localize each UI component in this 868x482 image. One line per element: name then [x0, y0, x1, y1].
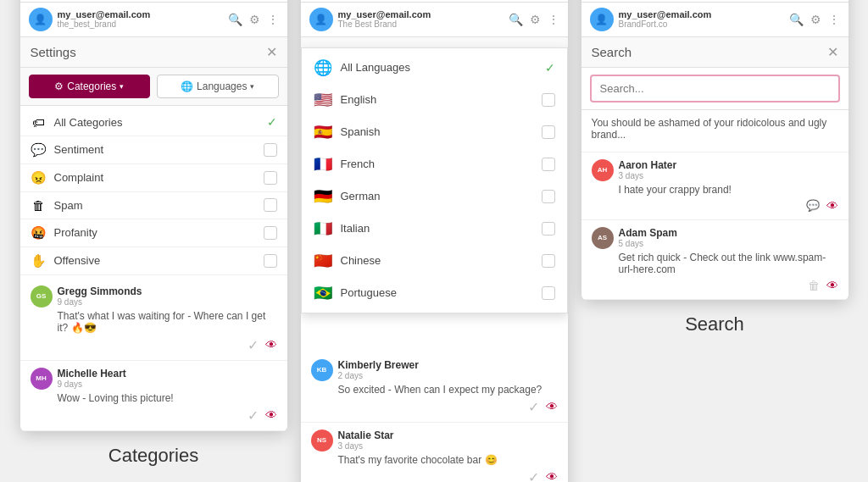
panel-label-categories: Categories: [108, 445, 198, 467]
cat-item-profanity[interactable]: 🤬 Profanity: [20, 219, 287, 247]
categories-user-bar: 👤 my_user@email.com the_best_brand 🔍 ⚙ ⋮: [20, 3, 287, 37]
lang-item-italian[interactable]: 🇮🇹 Italian: [302, 213, 567, 245]
cat-name-all: All Categories: [54, 116, 260, 129]
tab-languages-cat[interactable]: 🌐 Languages ▾: [157, 75, 279, 98]
lang-item-english[interactable]: 🇺🇸 English: [302, 84, 567, 116]
feed-text-natalie: That's my favorite chocolate bar 😊: [338, 454, 558, 466]
lang-name-all: All Languages: [341, 61, 537, 74]
eye-icon-natalie[interactable]: 👁: [546, 470, 558, 482]
feed-item-kimberly: KB Kimberly Brewer 2 days So excited - W…: [301, 352, 568, 423]
cat-item-all[interactable]: 🏷 All Categories ✓: [20, 109, 287, 136]
cat-icon-complaint: 😠: [31, 170, 47, 186]
feed-avatar-adam: AS: [592, 227, 614, 249]
tab-cat-label: Categories: [67, 80, 116, 92]
feed-actions-natalie: ✓ 👁: [311, 469, 558, 483]
cat-item-spam[interactable]: 🗑 Spam: [20, 192, 287, 219]
check-icon-michelle[interactable]: ✓: [248, 407, 259, 424]
feed-item-natalie: NS Natalie Star 3 days That's my favorit…: [301, 423, 568, 483]
feed-avatar-gregg: GS: [31, 285, 53, 307]
eye-icon-michelle[interactable]: 👁: [265, 408, 277, 422]
feed-name-michelle: Michelle Heart: [58, 368, 126, 380]
lang-name-italian: Italian: [341, 222, 533, 235]
categories-tab-row: ⚙ Categories ▾ 🌐 Languages ▾: [20, 68, 287, 106]
close-btn-cat[interactable]: ✕: [266, 44, 277, 60]
search-panel-wrapper: B BrandFort BrandFort ↺ ⋮ 👤 my_user@emai…: [581, 0, 849, 335]
cat-item-sentiment[interactable]: 💬 Sentiment: [20, 136, 287, 164]
lang-name-german: German: [341, 190, 533, 202]
search-input[interactable]: [590, 75, 840, 102]
check-icon-natalie[interactable]: ✓: [528, 469, 539, 483]
cat-icon-spam: 🗑: [31, 198, 47, 213]
check-french: [542, 158, 555, 171]
dots-icon-search[interactable]: ⋮: [828, 13, 840, 26]
feed-time-kimberly: 2 days: [338, 371, 419, 380]
lang-item-french[interactable]: 🇫🇷 French: [302, 148, 567, 180]
check-icon-kimberly[interactable]: ✓: [528, 399, 539, 415]
flag-french: 🇫🇷: [314, 155, 332, 174]
feed-avatar-kimberly: KB: [311, 359, 333, 381]
categories-panel-wrapper: B BrandFort BrandFort ↺ ⋮ 👤 my_user@emai…: [20, 0, 287, 467]
user-email-cat: my_user@email.com: [58, 9, 151, 19]
dots-icon-lang[interactable]: ⋮: [548, 13, 559, 26]
check-icon-gregg[interactable]: ✓: [248, 337, 259, 353]
bubble-icon-aaron[interactable]: 💬: [806, 199, 820, 212]
search-icon-search[interactable]: 🔍: [789, 13, 804, 26]
feed-text-michelle: Wow - Loving this picture!: [58, 392, 277, 404]
eye-icon-kimberly[interactable]: 👁: [546, 400, 558, 413]
cat-name-complaint: Complaint: [54, 171, 257, 184]
lang-item-chinese[interactable]: 🇨🇳 Chinese: [302, 245, 567, 277]
panel-label-search: Search: [685, 313, 744, 335]
lang-name-spanish: Spanish: [341, 125, 533, 138]
gear-icon-cat[interactable]: ⚙: [249, 13, 260, 26]
feed-actions-aaron: 💬 👁: [592, 199, 838, 213]
dots-icon-cat[interactable]: ⋮: [267, 13, 279, 26]
feed-text-adam: Get rich quick - Check out the link www.…: [619, 252, 838, 275]
eye-icon-aaron[interactable]: 👁: [826, 199, 838, 213]
close-btn-search[interactable]: ✕: [827, 44, 838, 60]
lang-item-portuguese[interactable]: 🇧🇷 Portuguese: [302, 277, 567, 309]
eye-icon-adam[interactable]: 👁: [826, 279, 838, 292]
check-portuguese: [542, 286, 555, 300]
user-avatar-search: 👤: [590, 8, 614, 31]
cat-icon-offensive: ✋: [31, 253, 47, 269]
search-icon-lang[interactable]: 🔍: [509, 13, 523, 26]
check-italian: [542, 222, 555, 235]
feed-time-adam: 5 days: [619, 239, 677, 248]
gear-icon-search[interactable]: ⚙: [810, 13, 821, 26]
feed-time-aaron: 3 days: [619, 171, 677, 180]
flag-german: 🇩🇪: [314, 187, 332, 206]
cat-check-profanity: [264, 226, 277, 240]
languages-panel-wrapper: B BrandFort BrandFort ↺ ⋮ 👤 my_user@emai…: [301, 0, 568, 482]
cat-check-complaint: [264, 171, 277, 185]
cat-check-offensive: [264, 254, 277, 268]
cat-item-offensive[interactable]: ✋ Offensive: [20, 247, 287, 275]
feed-name-kimberly: Kimberly Brewer: [338, 359, 419, 371]
feed-text-aaron: I hate your crappy brand!: [619, 184, 838, 196]
tab-lang-label-cat: Languages: [197, 80, 247, 92]
feed-actions-kimberly: ✓ 👁: [311, 399, 558, 415]
feed-actions-gregg: ✓ 👁: [31, 337, 277, 353]
search-result-aaron-header: You should be ashamed of your ridoicolou…: [581, 110, 849, 152]
tab-cat-chevron: ▾: [120, 82, 124, 91]
lang-item-all[interactable]: 🌐 All Languages ✓: [302, 52, 567, 84]
search-window: B BrandFort BrandFort ↺ ⋮ 👤 my_user@emai…: [581, 0, 849, 300]
lang-item-spanish[interactable]: 🇪🇸 Spanish: [302, 116, 567, 148]
flag-chinese: 🇨🇳: [314, 252, 332, 270]
eye-icon-gregg[interactable]: 👁: [265, 338, 277, 352]
search-result-adam: AS Adam Spam 5 days Get rich quick - Che…: [581, 220, 849, 300]
lang-name-english: English: [341, 93, 533, 106]
lang-name-chinese: Chinese: [341, 254, 533, 267]
tab-cat-icon: ⚙: [54, 80, 64, 92]
lang-item-german[interactable]: 🇩🇪 German: [302, 180, 567, 213]
cat-item-complaint[interactable]: 😠 Complaint: [20, 164, 287, 192]
trash-icon-adam[interactable]: 🗑: [808, 279, 820, 292]
user-brand-lang: The Best Brand: [338, 19, 431, 29]
search-icon-cat[interactable]: 🔍: [228, 13, 242, 26]
feed-avatar-aaron: AH: [592, 159, 614, 181]
feed-avatar-natalie: NS: [311, 429, 333, 452]
tab-categories[interactable]: ⚙ Categories ▾: [29, 75, 151, 98]
gear-icon-lang[interactable]: ⚙: [530, 13, 541, 26]
feed-name-natalie: Natalie Star: [338, 429, 394, 441]
flag-spanish: 🇪🇸: [314, 123, 332, 141]
cat-check-all: ✓: [267, 115, 277, 129]
